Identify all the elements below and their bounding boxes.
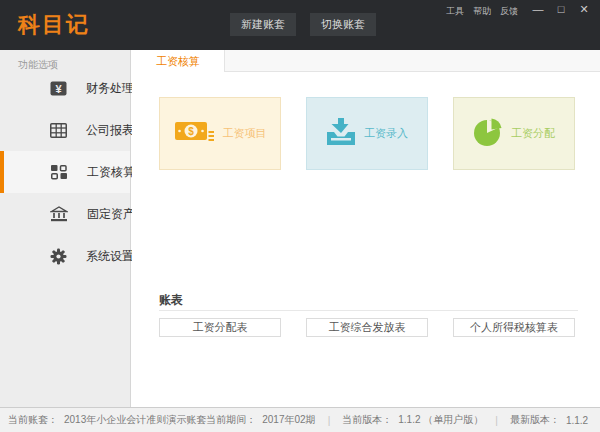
svg-text:¥: ¥ (55, 82, 62, 94)
main-content: 工资核算 $ 工资项目 (132, 50, 600, 407)
menu-feedback[interactable]: 反馈 (500, 5, 518, 18)
maximize-icon[interactable]: □ (555, 3, 567, 16)
app-logo: 科目记 (18, 10, 90, 40)
sidebar-item-label: 财务处理 (86, 80, 134, 97)
sidebar-item-label: 公司报表 (86, 122, 134, 139)
new-account-set-button[interactable]: 新建账套 (230, 13, 296, 36)
section-divider (159, 310, 578, 311)
sidebar-item-label: 工资核算 (87, 164, 135, 181)
sidebar-menu: ¥ 财务处理 公司报表 (0, 67, 130, 277)
window-controls: — □ ✕ (532, 3, 590, 16)
pie-icon (473, 117, 503, 151)
salary-comprehensive-payment-table-button[interactable]: 工资综合发放表 (306, 318, 428, 337)
tab-bar: 工资核算 (132, 50, 600, 72)
titlebar-menu: 工具 帮助 反馈 (446, 5, 518, 18)
app-window: 科目记 新建账套 切换账套 工具 帮助 反馈 — □ ✕ 功能选项 ¥ (0, 0, 600, 432)
banknote-icon: $ (174, 119, 215, 149)
status-bar: 当前账套： 2013年小企业会计准则演示账套 当前期间： 2017年02期 | … (0, 407, 600, 432)
sidebar: 功能选项 ¥ 财务处理 (0, 50, 131, 407)
sidebar-item-fixed-assets[interactable]: 固定资产 (0, 193, 130, 235)
tab-payroll[interactable]: 工资核算 (132, 50, 225, 72)
period-value: 2017年02期 (262, 413, 315, 427)
period-label: 当前期间： (206, 413, 256, 427)
status-separator: | (328, 415, 331, 426)
version-value: 1.1.2 （单用户版） (398, 413, 483, 427)
menu-help[interactable]: 帮助 (473, 5, 491, 18)
status-right: 当前期间： 2017年02期 | 当前版本： 1.1.2 （单用户版） | 最新… (206, 413, 588, 427)
account-set-label: 当前账套： (8, 413, 58, 427)
status-separator: | (495, 415, 498, 426)
sidebar-item-settings[interactable]: 系统设置 (0, 235, 130, 277)
salary-allocation-card[interactable]: 工资分配 (453, 97, 575, 170)
svg-text:$: $ (188, 126, 194, 137)
reports-section-title: 账表 (159, 292, 183, 309)
table-icon (50, 122, 67, 139)
salary-entry-card[interactable]: 工资录入 (306, 97, 428, 170)
inbox-icon (326, 118, 356, 150)
sidebar-item-finance[interactable]: ¥ 财务处理 (0, 67, 130, 109)
card-label: 工资录入 (364, 126, 408, 141)
menu-tools[interactable]: 工具 (446, 5, 464, 18)
current-account-set: 当前账套： 2013年小企业会计准则演示账套 (8, 413, 206, 427)
personal-income-tax-table-button[interactable]: 个人所得税核算表 (453, 318, 575, 337)
money-icon: ¥ (50, 80, 67, 97)
apps-grid-icon (50, 164, 68, 181)
close-icon[interactable]: ✕ (578, 3, 590, 16)
sidebar-item-reports[interactable]: 公司报表 (0, 109, 130, 151)
card-label: 工资项目 (223, 126, 267, 141)
sidebar-item-payroll[interactable]: 工资核算 (0, 151, 130, 193)
salary-allocation-table-button[interactable]: 工资分配表 (159, 318, 281, 337)
version-label: 当前版本： (342, 413, 392, 427)
titlebar: 科目记 新建账套 切换账套 工具 帮助 反馈 — □ ✕ (0, 0, 600, 50)
minimize-icon[interactable]: — (532, 3, 544, 16)
sidebar-item-label: 固定资产 (87, 206, 135, 223)
salary-items-card[interactable]: $ 工资项目 (159, 97, 281, 170)
switch-account-set-button[interactable]: 切换账套 (310, 13, 376, 36)
latest-version-value: 1.1.2 (566, 415, 588, 426)
bank-icon (50, 206, 68, 223)
sidebar-item-label: 系统设置 (86, 248, 134, 265)
account-set-value: 2013年小企业会计准则演示账套 (64, 413, 206, 427)
latest-version-label: 最新版本： (510, 413, 560, 427)
card-label: 工资分配 (511, 126, 555, 141)
gear-icon (50, 248, 67, 265)
